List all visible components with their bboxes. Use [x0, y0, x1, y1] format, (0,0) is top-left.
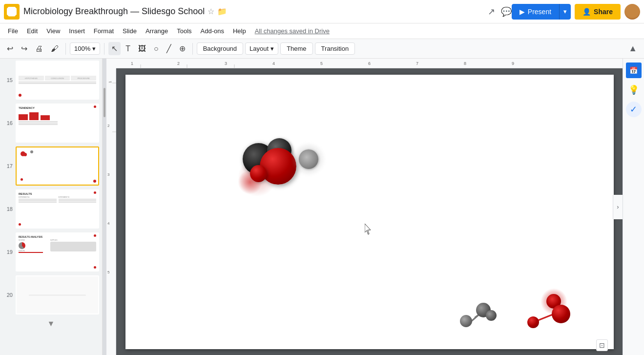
share-button[interactable]: 👤 Share [575, 4, 621, 20]
top-icons: ↗ 💬 [488, 6, 512, 17]
layout-label: Layout [249, 45, 269, 52]
zoom-label: 100% [74, 45, 90, 52]
slide-item-16[interactable]: 16 TENDENCY [0, 102, 102, 145]
print-button[interactable]: 🖨 [32, 42, 46, 55]
menu-addons[interactable]: Add-ons [197, 25, 228, 37]
slide-thumb-15[interactable]: HYPOTHESIS CONCLUSION PROCEDURE [16, 61, 99, 100]
menu-insert[interactable]: Insert [65, 25, 89, 37]
slide-item-18[interactable]: 18 RESULTS EXPERIMENT A EXPERIMENT B [0, 188, 102, 230]
line-tool-button[interactable]: ╱ [164, 42, 174, 55]
svg-text:4: 4 [107, 221, 110, 226]
star-icon[interactable]: ☆ [208, 7, 214, 16]
slide-item-19[interactable]: 19 RESULTS ANALYSIS SCORES EUROPE SUP [0, 230, 102, 273]
shape-tool-button[interactable]: ○ [151, 42, 162, 55]
divider-1 [65, 43, 66, 55]
mouse-cursor [365, 224, 373, 237]
share-label: Share [594, 8, 613, 16]
slide-num-19: 19 [3, 249, 13, 255]
svg-text:3: 3 [225, 61, 227, 66]
svg-text:9: 9 [512, 61, 514, 66]
slide-num-18: 18 [3, 206, 13, 212]
svg-text:2: 2 [177, 61, 180, 66]
slide-num-17: 17 [3, 163, 13, 169]
menu-help[interactable]: Help [229, 25, 250, 37]
svg-text:6: 6 [368, 61, 371, 66]
slide-thumb-16[interactable]: TENDENCY [16, 104, 99, 143]
slide-thumb-19[interactable]: RESULTS ANALYSIS SCORES EUROPE SUPPLIES [16, 232, 99, 271]
svg-text:1: 1 [131, 61, 133, 66]
svg-text:7: 7 [416, 61, 418, 66]
layout-button[interactable]: Layout ▾ [245, 42, 278, 55]
redo-button[interactable]: ↪ [18, 42, 30, 55]
present-monitor-icon: ▶ [519, 8, 525, 16]
slide-item-20[interactable]: 20 [0, 273, 102, 316]
textbox-tool-button[interactable]: T [123, 42, 133, 55]
slide-item-17[interactable]: 17 [0, 145, 102, 188]
canvas-body: 1 2 3 4 5 [106, 68, 623, 355]
present-button[interactable]: ▶ Present [512, 4, 559, 20]
slide-thumb-18[interactable]: RESULTS EXPERIMENT A EXPERIMENT B [16, 189, 99, 229]
menu-view[interactable]: View [42, 25, 64, 37]
doc-title-area: Microbiology Breakthrough — Slidesgo Sch… [23, 6, 488, 17]
avatar[interactable] [624, 4, 640, 20]
slide-panel-scroll-down[interactable]: ▼ [47, 319, 55, 328]
svg-text:5: 5 [320, 61, 323, 66]
menu-edit[interactable]: Edit [23, 25, 42, 37]
fit-to-window-button[interactable]: ⊡ [596, 339, 608, 351]
slide-thumb-20[interactable] [16, 275, 99, 314]
toolbar-collapse-button[interactable]: ▲ [625, 42, 640, 56]
svg-text:5: 5 [107, 270, 110, 274]
menu-slide[interactable]: Slide [119, 25, 141, 37]
vertical-ruler: 1 2 3 4 5 [106, 68, 116, 355]
canvas-area: 1 2 3 4 5 6 7 8 9 1 [106, 59, 623, 355]
image-tool-button[interactable]: 🖼 [135, 42, 149, 55]
horizontal-ruler-container: 1 2 3 4 5 6 7 8 9 [106, 59, 623, 68]
calendar-icon[interactable]: 📅 [626, 63, 642, 78]
paint-format-button[interactable]: 🖌 [48, 42, 62, 55]
red-glow-bottom-left [238, 170, 262, 194]
slide-panel: 15 HYPOTHESIS CONCLUSION PROCEDURE [0, 59, 103, 355]
top-bar: Microbiology Breakthrough — Slidesgo Sch… [0, 0, 644, 23]
slide-num-15: 15 [3, 77, 13, 83]
layout-dropdown-icon: ▾ [270, 45, 274, 52]
menu-format[interactable]: Format [90, 25, 118, 37]
slide-canvas-wrapper[interactable]: ⊡ [116, 68, 623, 355]
app-icon[interactable] [4, 4, 20, 20]
svg-text:8: 8 [464, 61, 466, 66]
svg-text:3: 3 [107, 172, 110, 177]
menu-tools[interactable]: Tools [173, 25, 195, 37]
slide-num-16: 16 [3, 120, 13, 126]
present-dropdown-button[interactable]: ▾ [559, 4, 571, 20]
share-person-icon: 👤 [582, 8, 591, 16]
gray-molecule-cluster [457, 295, 501, 334]
divider-2 [104, 43, 104, 55]
more-tools-button[interactable]: ⊕ [176, 42, 188, 55]
right-sidebar: 📅 💡 ✓ [623, 59, 644, 355]
trend-icon[interactable]: ↗ [488, 6, 495, 17]
zoom-dropdown-icon: ▾ [92, 45, 96, 52]
menu-file[interactable]: File [4, 25, 22, 37]
divider-3 [192, 43, 193, 55]
folder-icon[interactable]: 📁 [217, 7, 227, 16]
slide-item-15[interactable]: 15 HYPOTHESIS CONCLUSION PROCEDURE [0, 59, 102, 102]
undo-button[interactable]: ↩ [4, 42, 16, 55]
comment-icon[interactable]: 💬 [501, 6, 512, 17]
molecule-gray-top [291, 142, 326, 176]
theme-button[interactable]: Theme [280, 42, 312, 55]
slide-canvas[interactable] [125, 75, 614, 349]
select-tool-button[interactable]: ↖ [108, 42, 121, 55]
slide-thumb-17[interactable] [16, 146, 99, 186]
svg-text:1: 1 [108, 81, 112, 83]
main-area: 15 HYPOTHESIS CONCLUSION PROCEDURE [0, 59, 644, 355]
horizontal-ruler: 1 2 3 4 5 6 7 8 9 [116, 59, 623, 68]
background-button[interactable]: Background [197, 42, 243, 55]
red-molecule-stick [526, 303, 575, 332]
lightbulb-icon[interactable]: 💡 [626, 82, 642, 98]
doc-title[interactable]: Microbiology Breakthrough — Slidesgo Sch… [23, 6, 205, 17]
menu-arrange[interactable]: Arrange [142, 25, 172, 37]
transition-button[interactable]: Transition [315, 42, 355, 55]
check-circle-icon[interactable]: ✓ [626, 102, 642, 117]
zoom-selector[interactable]: 100% ▾ [70, 42, 100, 55]
present-label: Present [528, 8, 551, 16]
panel-toggle-button[interactable]: › [613, 195, 623, 219]
